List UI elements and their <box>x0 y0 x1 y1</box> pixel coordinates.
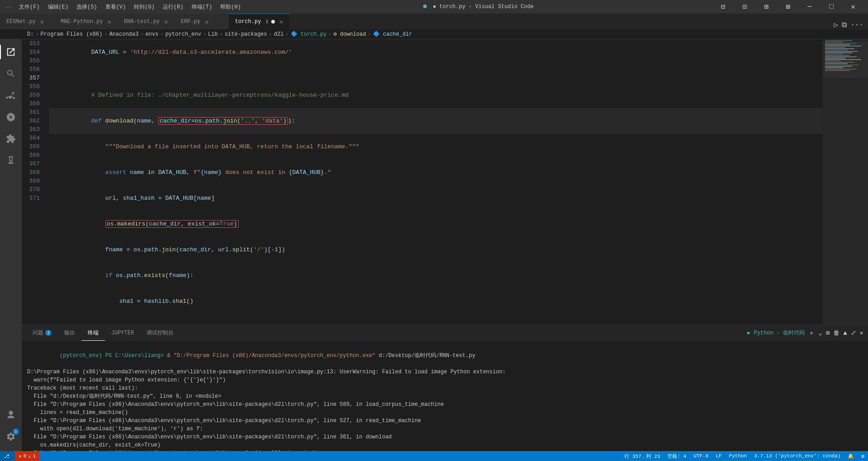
panel-tabs: 问题 1 输出 终端 JUPYTER 调试控制台 ▶ Python - 临时代码 <box>22 325 868 341</box>
breadcrumb-part[interactable]: Anaconda3 <box>109 31 139 38</box>
svg-rect-23 <box>823 42 868 78</box>
terminal-line: (pytorch_env) PS C:\Users\liang> & "D:/P… <box>27 343 863 368</box>
breadcrumb-symbol[interactable]: ⚙ download <box>334 31 366 38</box>
menu-edit[interactable]: 编辑(E) <box>44 2 72 12</box>
terminal-line: with open(d2l.download('time_machine'), … <box>27 425 863 433</box>
status-position[interactable]: 行 357，列 23 <box>621 451 664 461</box>
panel-tab-debug[interactable]: 调试控制台 <box>140 325 180 341</box>
breadcrumb-part[interactable]: D: <box>27 31 33 38</box>
run-icon[interactable]: ▷ <box>834 20 839 29</box>
menu-bar: 文件(F) 编辑(E) 选择(S) 查看(V) 转到(G) 运行(R) 终端(T… <box>15 2 245 12</box>
tab-label: MNE-Python.py <box>61 19 103 25</box>
terminal-split-icon[interactable]: ⌄ <box>818 329 822 337</box>
tab-close-icon[interactable]: ✕ <box>279 18 283 26</box>
minimap[interactable] <box>823 39 868 325</box>
activity-explorer-icon[interactable] <box>0 41 22 63</box>
code-line-358: """Download a file inserted into DATA_HU… <box>49 134 823 160</box>
breadcrumb-part[interactable]: Lib <box>208 31 218 38</box>
status-errors[interactable]: ✕ 0 ⚠ 1 <box>15 451 39 461</box>
status-line-ending[interactable]: LF <box>712 451 725 461</box>
tab-label: torch.py <box>235 19 261 25</box>
tab-rnn[interactable]: RNN-test.py ✕ <box>118 14 175 29</box>
breadcrumb-part[interactable]: pytorch_env <box>165 31 201 38</box>
terminal-line: File "D:\Program Files (x86)\Anaconda3\e… <box>27 400 863 409</box>
terminal-line: File "D:\Program Files (x86)\Anaconda3\e… <box>27 417 863 425</box>
activity-avatar-icon[interactable] <box>0 404 22 426</box>
code-line-362: fname = os.path.join(cache_dir, url.spli… <box>49 237 823 263</box>
tab-torch[interactable]: torch.py 1 ✕ <box>229 14 290 29</box>
terminal-layout-icon[interactable]: ⊞ <box>826 329 830 337</box>
status-notifications[interactable]: 🔔 <box>844 451 858 461</box>
breadcrumb-param[interactable]: 🔷 cache_dir <box>373 31 412 38</box>
menu-select[interactable]: 选择(S) <box>73 2 101 12</box>
tab-label: ERP.py <box>181 19 200 25</box>
more-actions-icon[interactable]: ··· <box>850 21 863 29</box>
terminal-trash-icon[interactable]: 🗑 <box>833 329 840 337</box>
code-lines[interactable]: DATA_URL = 'http://d2l-data.s3-accelerat… <box>44 39 823 325</box>
breadcrumb-part[interactable]: Program Files (x86) <box>41 31 103 38</box>
activity-flask-icon[interactable] <box>0 150 22 171</box>
breadcrumb-part[interactable]: envs <box>146 31 159 38</box>
activity-source-control-icon[interactable] <box>0 85 22 106</box>
status-layout[interactable]: ⊞ <box>858 451 868 461</box>
panel-tab-problems[interactable]: 问题 1 <box>26 325 58 341</box>
status-bar: ⎇ ✕ 0 ⚠ 1 行 357，列 23 空格: 4 UTF-8 LF Pyth… <box>0 451 868 461</box>
layout3-button[interactable]: ⊞ <box>756 0 777 14</box>
status-spaces[interactable]: 空格: 4 <box>664 451 690 461</box>
tab-eegnet[interactable]: EEGNet.py ✕ <box>0 14 54 29</box>
breadcrumb-file[interactable]: 🔷 torch.py <box>291 31 327 38</box>
activity-bar: 1 <box>0 39 22 451</box>
activity-run-icon[interactable] <box>0 106 22 128</box>
tab-label: EEGNet.py <box>6 19 36 25</box>
tab-erp[interactable]: ERP.py ✕ <box>175 14 229 29</box>
layout-button[interactable]: ⊟ <box>712 0 733 14</box>
menu-help[interactable]: 帮助(H) <box>217 2 245 12</box>
status-git-branch[interactable]: ⎇ <box>0 451 15 461</box>
activity-extensions-icon[interactable] <box>0 128 22 150</box>
panel-maximize-icon[interactable]: ⤢ <box>851 329 856 337</box>
maximize-button[interactable]: □ <box>821 0 842 14</box>
panel-close-icon[interactable]: ✕ <box>860 329 863 337</box>
status-python-version[interactable]: 3.7.13 ('pytorch_env': conda) <box>750 451 844 461</box>
split-editor-icon[interactable]: ⧉ <box>842 21 847 29</box>
editor-with-minimap: 353 354 355 356 357 358 359 360 361 362 … <box>22 39 868 325</box>
menu-run[interactable]: 运行(R) <box>159 2 187 12</box>
close-button[interactable]: ✕ <box>843 0 863 14</box>
breadcrumb-part[interactable]: site-packages <box>225 31 267 38</box>
layout2-button[interactable]: ⊡ <box>734 0 755 14</box>
minimize-button[interactable]: ─ <box>799 0 820 14</box>
status-right: 行 357，列 23 空格: 4 UTF-8 LF Python 3.7.13 … <box>621 451 868 461</box>
terminal-line: D:\Program Files (x86)\Anaconda3\envs\py… <box>27 368 863 376</box>
terminal-line: File "D:\Program Files (x86)\Anaconda3\e… <box>27 433 863 441</box>
warning-icon: ⚠ <box>28 453 31 459</box>
tab-close-icon[interactable]: ✕ <box>164 18 168 26</box>
panel-tab-output[interactable]: 输出 <box>58 325 81 341</box>
code-editor[interactable]: 353 354 355 356 357 358 359 360 361 362 … <box>22 39 823 325</box>
panel-minimize-icon[interactable]: ▲ <box>843 329 847 337</box>
vscode-logo-icon: ⸻ <box>5 3 12 11</box>
terminal-content[interactable]: (pytorch_env) PS C:\Users\liang> & "D:/P… <box>22 341 868 451</box>
menu-file[interactable]: 文件(F) <box>15 2 43 12</box>
status-encoding[interactable]: UTF-8 <box>690 451 712 461</box>
layout4-button[interactable]: ⊠ <box>778 0 798 14</box>
code-line-359: assert name in DATA_HUB, f"{name} does n… <box>49 160 823 185</box>
new-terminal-icon[interactable]: ＋ <box>808 329 815 337</box>
tab-close-icon[interactable]: ✕ <box>40 18 44 26</box>
tab-mne[interactable]: MNE-Python.py ✕ <box>54 14 118 29</box>
panel-tab-jupyter[interactable]: JUPYTER <box>105 325 140 341</box>
panel-tab-actions: ▶ Python - 临时代码 ＋ ⌄ ⊞ 🗑 ▲ ⤢ ✕ <box>747 329 863 337</box>
activity-search-icon[interactable] <box>0 63 22 85</box>
activity-bottom: 1 <box>0 404 22 451</box>
tab-close-icon[interactable]: ✕ <box>205 18 208 26</box>
menu-terminal[interactable]: 终端(T) <box>188 2 216 12</box>
editor-area: 353 354 355 356 357 358 359 360 361 362 … <box>22 39 868 451</box>
code-line-363: if os.path.exists(fname): <box>49 263 823 288</box>
activity-settings-icon[interactable]: 1 <box>0 426 22 447</box>
breadcrumb-part[interactable]: d2l <box>274 31 284 38</box>
menu-view[interactable]: 查看(V) <box>102 2 130 12</box>
menu-goto[interactable]: 转到(G) <box>130 2 158 12</box>
status-language[interactable]: Python <box>725 451 750 461</box>
panel-tab-terminal[interactable]: 终端 <box>81 325 105 341</box>
line-numbers: 353 354 355 356 357 358 359 360 361 362 … <box>22 39 44 325</box>
tab-close-icon[interactable]: ✕ <box>108 18 111 26</box>
